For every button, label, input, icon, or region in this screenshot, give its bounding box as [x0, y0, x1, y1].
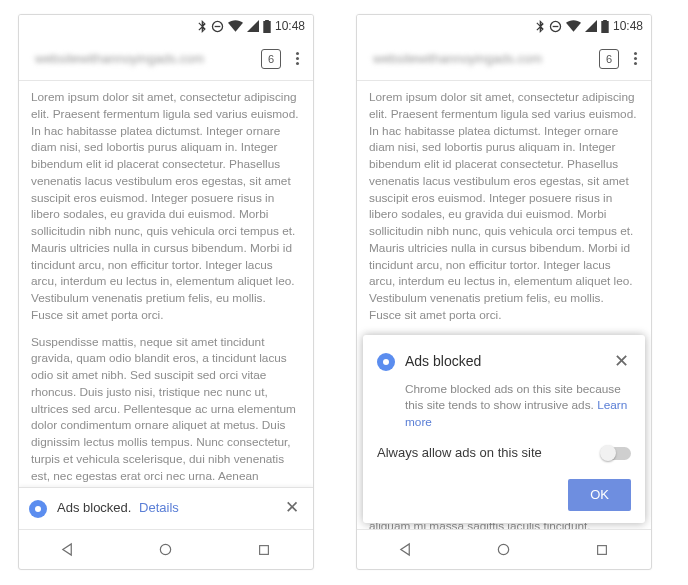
- url-field[interactable]: websitewithannoyingads.com: [25, 44, 253, 74]
- ok-button[interactable]: OK: [568, 479, 631, 511]
- always-allow-toggle[interactable]: [601, 447, 631, 460]
- omnibar: websitewithannoyingads.com 6: [357, 37, 651, 81]
- overflow-menu-icon[interactable]: [627, 52, 643, 65]
- battery-icon: [601, 20, 609, 33]
- back-button[interactable]: [357, 530, 454, 569]
- card-title: Ads blocked: [405, 352, 481, 372]
- body-text: Lorem ipsum dolor sit amet, consectetur …: [369, 89, 639, 324]
- status-bar: 10:48: [357, 15, 651, 37]
- omnibar: websitewithannoyingads.com 6: [19, 37, 313, 81]
- recents-button[interactable]: [215, 530, 312, 569]
- ads-blocked-snackbar: Ads blocked. Details ✕: [19, 487, 313, 529]
- close-icon[interactable]: ✕: [281, 492, 303, 524]
- side-by-side-comparison: 10:48 websitewithannoyingads.com 6 Lorem…: [0, 0, 688, 584]
- always-allow-row: Always allow ads on this site: [377, 444, 631, 462]
- chrome-icon: [29, 500, 47, 518]
- bluetooth-icon: [198, 20, 207, 33]
- battery-icon: [263, 20, 271, 33]
- tab-switcher-button[interactable]: 6: [261, 49, 281, 69]
- snackbar-message: Ads blocked. Details: [57, 499, 179, 517]
- bluetooth-icon: [536, 20, 545, 33]
- toggle-label: Always allow ads on this site: [377, 444, 542, 462]
- ads-blocked-card: Ads blocked ✕ Chrome blocked ads on this…: [363, 335, 645, 523]
- status-bar: 10:48: [19, 15, 313, 37]
- svg-rect-1: [215, 25, 221, 26]
- details-link[interactable]: Details: [139, 500, 179, 515]
- page-content[interactable]: Lorem ipsum dolor sit amet, consectetur …: [19, 81, 313, 529]
- svg-rect-7: [598, 545, 607, 554]
- svg-point-6: [499, 544, 509, 554]
- svg-point-2: [161, 544, 171, 554]
- status-time: 10:48: [275, 19, 305, 33]
- body-text: Lorem ipsum dolor sit amet, consectetur …: [31, 89, 301, 324]
- home-button[interactable]: [455, 530, 552, 569]
- wifi-icon: [566, 20, 581, 32]
- svg-rect-5: [553, 25, 559, 26]
- overflow-menu-icon[interactable]: [289, 52, 305, 65]
- recents-button[interactable]: [553, 530, 650, 569]
- svg-rect-3: [260, 545, 269, 554]
- card-message: Chrome blocked ads on this site because …: [405, 381, 631, 431]
- phone-left: 10:48 websitewithannoyingads.com 6 Lorem…: [18, 14, 314, 570]
- page-content[interactable]: Lorem ipsum dolor sit amet, consectetur …: [357, 81, 651, 529]
- status-time: 10:48: [613, 19, 643, 33]
- cellular-icon: [585, 20, 597, 32]
- cellular-icon: [247, 20, 259, 32]
- phone-right: 10:48 websitewithannoyingads.com 6 Lorem…: [356, 14, 652, 570]
- home-button[interactable]: [117, 530, 214, 569]
- do-not-disturb-icon: [211, 20, 224, 33]
- chrome-icon: [377, 353, 395, 371]
- close-icon[interactable]: ✕: [612, 347, 631, 377]
- url-field[interactable]: websitewithannoyingads.com: [363, 44, 591, 74]
- wifi-icon: [228, 20, 243, 32]
- tab-switcher-button[interactable]: 6: [599, 49, 619, 69]
- do-not-disturb-icon: [549, 20, 562, 33]
- system-navbar: [357, 529, 651, 569]
- system-navbar: [19, 529, 313, 569]
- back-button[interactable]: [19, 530, 116, 569]
